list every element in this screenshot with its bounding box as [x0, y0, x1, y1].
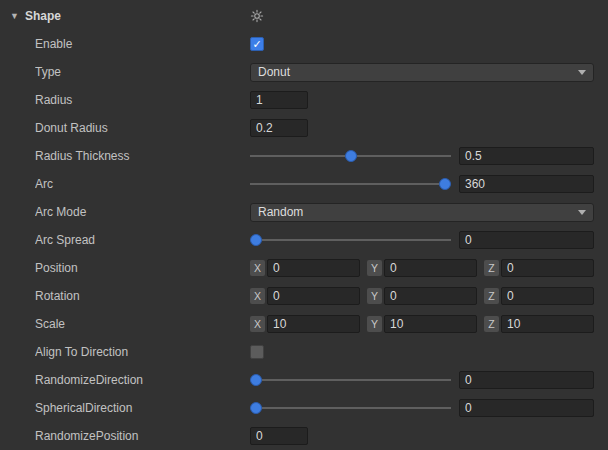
donut-radius-input[interactable] — [250, 119, 308, 137]
module-header: ▼ Shape — [0, 2, 608, 30]
scale-label: Scale — [35, 317, 250, 331]
scale-x-input[interactable] — [267, 315, 360, 333]
rotation-y-group: Y — [367, 287, 477, 305]
position-label: Position — [35, 261, 250, 275]
position-z-input[interactable] — [501, 259, 594, 277]
slider-track — [250, 379, 451, 381]
scale-vector3: X Y Z — [250, 315, 594, 333]
row-spherical-direction: SphericalDirection — [0, 394, 608, 422]
randomize-position-label: RandomizePosition — [35, 429, 250, 443]
spherical-direction-slider[interactable] — [250, 399, 451, 417]
row-arc-mode: Arc Mode Random — [0, 198, 608, 226]
row-scale: Scale X Y Z — [0, 310, 608, 338]
slider-track — [250, 239, 451, 241]
row-arc-spread: Arc Spread — [0, 226, 608, 254]
rotation-x-group: X — [250, 287, 360, 305]
slider-handle[interactable] — [250, 374, 262, 386]
rotation-x-input[interactable] — [267, 287, 360, 305]
row-position: Position X Y Z — [0, 254, 608, 282]
rotation-label: Rotation — [35, 289, 250, 303]
row-radius: Radius — [0, 86, 608, 114]
donut-radius-label: Donut Radius — [35, 121, 250, 135]
slider-handle[interactable] — [250, 234, 262, 246]
slider-track — [250, 183, 451, 185]
align-to-direction-label: Align To Direction — [35, 345, 250, 359]
arc-spread-label: Arc Spread — [35, 233, 250, 247]
axis-z-label: Z — [484, 288, 499, 304]
shape-module-panel: ▼ Shape Enable ✓ Type — [0, 0, 608, 450]
row-randomize-direction: RandomizeDirection — [0, 366, 608, 394]
scale-z-input[interactable] — [501, 315, 594, 333]
radius-label: Radius — [35, 93, 250, 107]
arc-slider[interactable] — [250, 175, 451, 193]
row-donut-radius: Donut Radius — [0, 114, 608, 142]
radius-thickness-label: Radius Thickness — [35, 149, 250, 163]
randomize-direction-label: RandomizeDirection — [35, 373, 250, 387]
foldout-arrow-icon[interactable]: ▼ — [10, 11, 19, 21]
axis-x-label: X — [250, 288, 265, 304]
row-arc: Arc — [0, 170, 608, 198]
settings-gear-icon[interactable] — [250, 9, 264, 23]
check-icon: ✓ — [252, 39, 261, 50]
scale-z-group: Z — [484, 315, 594, 333]
rotation-z-group: Z — [484, 287, 594, 305]
radius-thickness-input[interactable] — [459, 147, 594, 165]
row-align-to-direction: Align To Direction ✓ — [0, 338, 608, 366]
radius-thickness-slider[interactable] — [250, 147, 451, 165]
chevron-down-icon — [578, 210, 586, 215]
arc-spread-slider[interactable] — [250, 231, 451, 249]
slider-track — [250, 407, 451, 409]
arc-mode-label: Arc Mode — [35, 205, 250, 219]
module-title: Shape — [25, 9, 61, 23]
axis-x-label: X — [250, 316, 265, 332]
arc-label: Arc — [35, 177, 250, 191]
randomize-position-input[interactable] — [250, 427, 308, 445]
enable-checkbox[interactable]: ✓ — [250, 37, 264, 51]
align-to-direction-checkbox[interactable]: ✓ — [250, 345, 264, 359]
scale-x-group: X — [250, 315, 360, 333]
row-randomize-position: RandomizePosition — [0, 422, 608, 450]
rotation-vector3: X Y Z — [250, 287, 594, 305]
axis-y-label: Y — [367, 316, 382, 332]
axis-y-label: Y — [367, 260, 382, 276]
radius-input[interactable] — [250, 91, 308, 109]
axis-y-label: Y — [367, 288, 382, 304]
rotation-z-input[interactable] — [501, 287, 594, 305]
scale-y-group: Y — [367, 315, 477, 333]
chevron-down-icon — [578, 70, 586, 75]
position-z-group: Z — [484, 259, 594, 277]
type-dropdown[interactable]: Donut — [250, 63, 594, 82]
rotation-y-input[interactable] — [384, 287, 477, 305]
position-vector3: X Y Z — [250, 259, 594, 277]
enable-label: Enable — [35, 37, 250, 51]
type-dropdown-value: Donut — [258, 65, 290, 79]
spherical-direction-input[interactable] — [459, 399, 594, 417]
type-label: Type — [35, 65, 250, 79]
randomize-direction-slider[interactable] — [250, 371, 451, 389]
axis-z-label: Z — [484, 260, 499, 276]
arc-input[interactable] — [459, 175, 594, 193]
position-x-input[interactable] — [267, 259, 360, 277]
module-foldout[interactable]: ▼ Shape — [10, 9, 250, 23]
randomize-direction-input[interactable] — [459, 371, 594, 389]
spherical-direction-label: SphericalDirection — [35, 401, 250, 415]
row-enable: Enable ✓ — [0, 30, 608, 58]
arc-mode-dropdown-value: Random — [258, 205, 303, 219]
row-type: Type Donut — [0, 58, 608, 86]
position-y-input[interactable] — [384, 259, 477, 277]
position-x-group: X — [250, 259, 360, 277]
arc-spread-input[interactable] — [459, 231, 594, 249]
slider-handle[interactable] — [345, 150, 357, 162]
scale-y-input[interactable] — [384, 315, 477, 333]
row-radius-thickness: Radius Thickness — [0, 142, 608, 170]
slider-handle[interactable] — [439, 178, 451, 190]
position-y-group: Y — [367, 259, 477, 277]
axis-z-label: Z — [484, 316, 499, 332]
slider-handle[interactable] — [250, 402, 262, 414]
arc-mode-dropdown[interactable]: Random — [250, 203, 594, 222]
row-rotation: Rotation X Y Z — [0, 282, 608, 310]
axis-x-label: X — [250, 260, 265, 276]
